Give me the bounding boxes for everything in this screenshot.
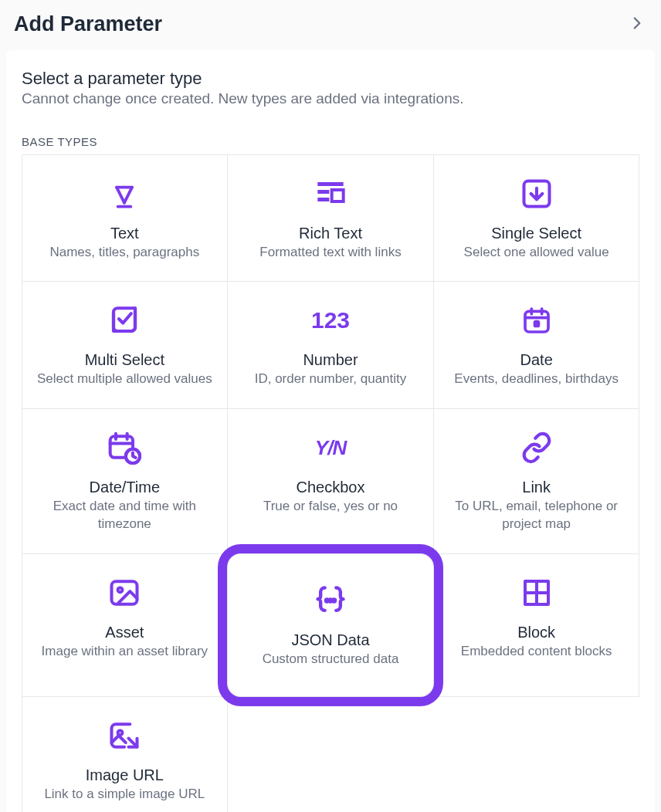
svg-rect-4 — [317, 198, 329, 201]
type-title: Checkbox — [297, 479, 365, 496]
type-option-json-data[interactable]: JSON Data Custom structured data — [227, 553, 434, 697]
type-title: Link — [522, 479, 551, 496]
svg-rect-12 — [534, 322, 538, 326]
type-desc: Embedded content blocks — [461, 643, 612, 661]
panel-description: Cannot change once created. New types ar… — [22, 90, 639, 107]
type-title: Image URL — [86, 766, 164, 784]
type-title: Text — [110, 225, 139, 242]
text-icon — [109, 177, 140, 211]
type-option-asset[interactable]: Asset Image within an asset library — [22, 553, 229, 697]
section-label-base-types: BASE TYPES — [22, 135, 639, 148]
type-title: Multi Select — [85, 351, 164, 369]
chevron-right-icon[interactable] — [627, 13, 647, 36]
page-title: Add Parameter — [14, 12, 162, 36]
type-desc: Exact date and time with timezone — [36, 498, 213, 533]
type-desc: Select one allowed value — [464, 244, 609, 262]
svg-rect-5 — [332, 190, 344, 201]
type-title: Single Select — [491, 225, 581, 242]
type-desc: Names, titles, paragraphs — [49, 244, 199, 262]
type-option-block[interactable]: Block Embedded content blocks — [433, 553, 640, 697]
type-title: Date — [520, 351, 553, 369]
svg-point-20 — [118, 588, 123, 593]
svg-point-23 — [333, 600, 335, 602]
rich-text-icon — [315, 177, 346, 211]
type-option-number[interactable]: 123 Number ID, order number, quantity — [227, 281, 434, 409]
type-selection-panel: Select a parameter type Cannot change on… — [6, 50, 655, 812]
type-desc: Image within an asset library — [42, 643, 208, 661]
image-share-icon — [107, 719, 141, 753]
type-option-image-url[interactable]: Image URL Link to a simple image URL — [22, 696, 229, 812]
single-select-icon — [520, 177, 554, 211]
svg-rect-3 — [317, 190, 329, 194]
page-header: Add Parameter — [0, 0, 661, 50]
type-option-link[interactable]: Link To URL, email, telephone or project… — [433, 408, 640, 554]
type-grid: Text Names, titles, paragraphs Rich Text… — [22, 154, 639, 812]
link-icon — [520, 431, 553, 465]
braces-icon — [314, 584, 347, 617]
calendar-clock-icon — [107, 431, 141, 465]
multi-select-icon — [108, 303, 141, 337]
type-desc: Custom structured data — [263, 651, 399, 668]
image-icon — [107, 576, 141, 610]
number-icon: 123 — [311, 303, 350, 337]
type-desc: Link to a simple image URL — [44, 786, 205, 804]
type-title: Date/Time — [90, 479, 161, 496]
type-title: JSON Data — [291, 631, 369, 649]
type-option-single-select[interactable]: Single Select Select one allowed value — [433, 154, 640, 283]
type-option-text[interactable]: Text Names, titles, paragraphs — [22, 154, 229, 283]
svg-rect-2 — [317, 182, 343, 186]
type-option-rich-text[interactable]: Rich Text Formatted text with links — [227, 154, 434, 283]
yn-icon: Y/N — [315, 431, 346, 465]
type-desc: ID, order number, quantity — [255, 370, 407, 388]
calendar-icon — [521, 303, 552, 337]
type-option-date[interactable]: Date Events, deadlines, birthdays — [433, 281, 640, 409]
type-option-datetime[interactable]: Date/Time Exact date and time with timez… — [22, 408, 229, 554]
type-title: Number — [303, 351, 358, 369]
type-desc: Select multiple allowed values — [37, 370, 212, 388]
type-title: Asset — [105, 624, 144, 641]
type-desc: Formatted text with links — [259, 244, 401, 262]
block-icon — [521, 576, 552, 610]
type-desc: True or false, yes or no — [263, 498, 398, 516]
type-title: Block — [517, 624, 555, 641]
type-desc: To URL, email, telephone or project map — [448, 498, 625, 533]
panel-title: Select a parameter type — [22, 69, 639, 89]
type-title: Rich Text — [299, 225, 362, 242]
type-option-multi-select[interactable]: Multi Select Select multiple allowed val… — [22, 281, 229, 409]
type-option-checkbox[interactable]: Y/N Checkbox True or false, yes or no — [227, 408, 434, 554]
type-desc: Events, deadlines, birthdays — [454, 370, 619, 388]
